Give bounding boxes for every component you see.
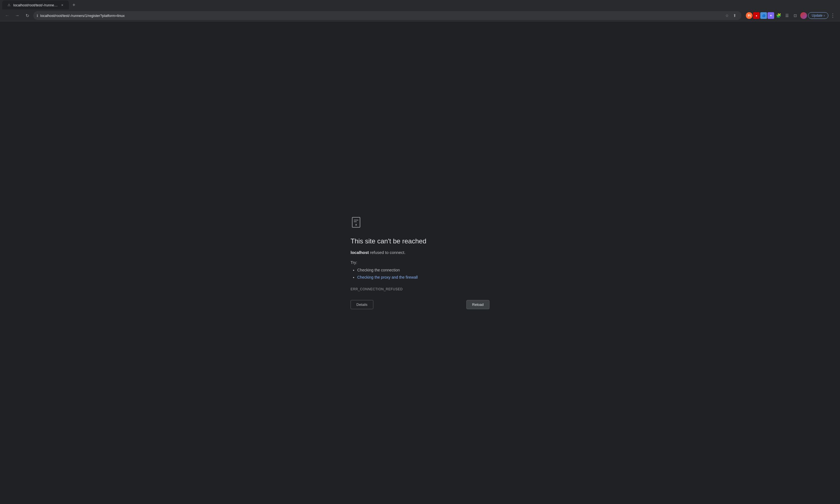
- update-chevron: ›: [824, 14, 825, 17]
- avatar-button[interactable]: [800, 12, 807, 19]
- details-button[interactable]: Details: [350, 300, 373, 309]
- no-connection-svg: [350, 216, 364, 230]
- tab-favicon: ⚠: [7, 3, 11, 7]
- update-button[interactable]: Update ›: [808, 12, 828, 19]
- toolbar-icons: Pi ● 🔵 ✦ 🧩 ☰ ⊡ Update › ⋮: [746, 12, 837, 19]
- browser-chrome: ⚠ localhost/root/test/-/runners/1/regist…: [0, 0, 840, 21]
- try-label: Try:: [350, 260, 357, 265]
- back-button[interactable]: ←: [3, 12, 11, 19]
- extension-record[interactable]: ●: [753, 12, 760, 19]
- svg-rect-0: [352, 217, 360, 227]
- menu-button[interactable]: ⋮: [829, 12, 837, 19]
- active-tab[interactable]: ⚠ localhost/root/test/-/runners/1/regist…: [2, 1, 69, 10]
- error-description: localhost refused to connect.: [350, 250, 406, 256]
- extensions-button[interactable]: 🧩: [775, 12, 783, 19]
- suggestion-connection: Checking the connection: [357, 267, 418, 273]
- profile-button[interactable]: ⊡: [791, 12, 799, 19]
- user-avatar: [800, 12, 807, 19]
- button-row: Details Reload: [350, 300, 490, 309]
- extension-violet[interactable]: ✦: [768, 12, 774, 19]
- bookmark-button[interactable]: ☆: [724, 12, 730, 19]
- page-content: This site can't be reached localhost ref…: [0, 21, 840, 504]
- nav-bar: ← → ↻ ℹ ☆ ⬆ Pi ● 🔵 ✦ 🧩 ☰ ⊡ Update ›: [0, 10, 840, 21]
- update-label: Update: [812, 14, 823, 17]
- error-icon: [350, 216, 364, 231]
- reload-button[interactable]: ↻: [23, 12, 31, 19]
- reload-button[interactable]: Reload: [466, 300, 490, 309]
- svg-point-3: [356, 224, 357, 225]
- tab-close-btn[interactable]: ✕: [60, 3, 65, 7]
- suggestion-proxy[interactable]: Checking the proxy and the firewall: [357, 274, 418, 280]
- error-hostname: localhost: [350, 250, 369, 255]
- error-code: ERR_CONNECTION_REFUSED: [350, 287, 403, 291]
- error-container: This site can't be reached localhost ref…: [340, 205, 500, 320]
- extension-pi[interactable]: Pi: [746, 12, 753, 19]
- error-title: This site can't be reached: [350, 237, 426, 245]
- address-bar[interactable]: ℹ ☆ ⬆: [33, 11, 741, 20]
- forward-button[interactable]: →: [13, 12, 21, 19]
- new-tab-button[interactable]: +: [70, 1, 78, 9]
- tab-title: localhost/root/test/-/runners/1/register…: [13, 3, 58, 7]
- error-wrapper: This site can't be reached localhost ref…: [323, 205, 517, 320]
- share-button[interactable]: ⬆: [732, 12, 738, 19]
- suggestions-list: Checking the connection Checking the pro…: [350, 267, 418, 282]
- tab-bar: ⚠ localhost/root/test/-/runners/1/regist…: [0, 0, 840, 10]
- url-input[interactable]: [40, 14, 721, 18]
- address-right-icons: ☆ ⬆: [724, 12, 738, 19]
- proxy-firewall-link[interactable]: Checking the proxy and the firewall: [357, 275, 418, 280]
- extension-blue[interactable]: 🔵: [760, 12, 767, 19]
- security-icon: ℹ: [37, 14, 38, 18]
- error-description-suffix: refused to connect.: [369, 250, 406, 255]
- reading-list-button[interactable]: ☰: [783, 12, 791, 19]
